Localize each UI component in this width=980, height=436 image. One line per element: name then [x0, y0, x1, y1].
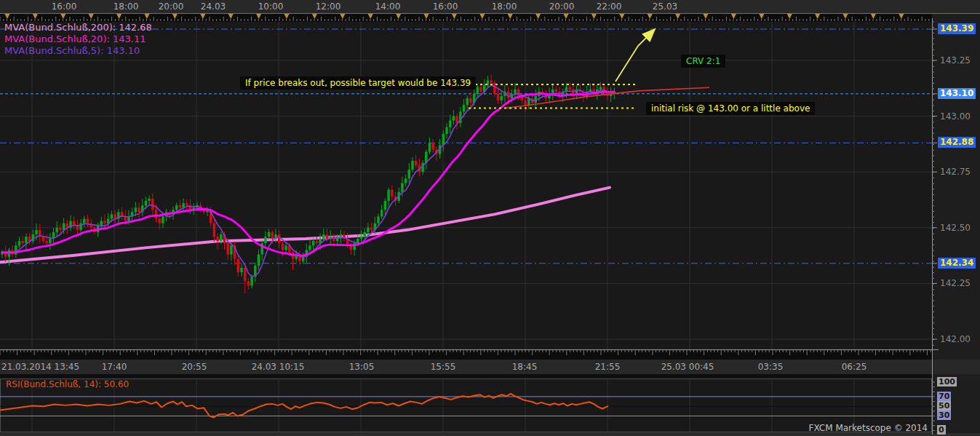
top-axis-label: 25.03 [653, 1, 677, 12]
bottom-axis-label: 20:55 [182, 362, 207, 372]
price-level-badge: 142.34 [938, 258, 976, 269]
legend-mva20[interactable]: MVA(Bund.Schluß,20): 143.11 [4, 33, 146, 44]
top-axis-label: 14:00 [375, 1, 401, 12]
legend-rsi[interactable]: RSI(Bund.Schluß, 14): 50.60 [6, 379, 129, 389]
fxcm-credit: FXCM Marketscope © 2014 [809, 423, 928, 433]
bottom-axis-label: 03:35 [758, 362, 784, 372]
rsi-scale-badge: 70 [937, 392, 951, 401]
bottom-time-axis[interactable] [0, 360, 980, 374]
top-axis-label: 18:00 [113, 1, 139, 12]
annotation-risk-note[interactable]: initial risk @ 143.00 or a little above [646, 102, 815, 115]
price-axis-label: 142.50 [940, 223, 971, 233]
price-level-badge: 142.88 [938, 137, 976, 148]
legend-mva200[interactable]: MVA(Bund.Schluß,200): 142.68 [4, 22, 152, 33]
bottom-axis-label: 13:05 [349, 362, 375, 372]
price-level-badge: 143.10 [938, 88, 976, 99]
top-axis-label: 20:00 [549, 1, 575, 12]
price-axis-label: 142.75 [940, 167, 971, 177]
price-axis-label: 142.00 [940, 334, 971, 344]
rsi-scale-badge: 0 [937, 425, 946, 435]
top-axis-label: 20:00 [159, 1, 184, 12]
annotation-target-note[interactable]: If price breaks out, possible target wou… [240, 76, 476, 90]
top-axis-label: 16:00 [52, 1, 77, 12]
price-chart-pane[interactable] [0, 22, 932, 349]
price-axis-label: 143.25 [940, 55, 971, 66]
bottom-axis-label: 18:45 [512, 362, 538, 372]
top-time-axis[interactable] [0, 0, 980, 13]
top-axis-ruler [0, 13, 932, 22]
bottom-axis-label: 21.03.2014 13:45 [1, 362, 79, 372]
window-bottom-edge [0, 433, 980, 436]
bottom-axis-label: 06:25 [842, 362, 867, 372]
rsi-scale-badge: 30 [937, 411, 951, 420]
bottom-axis-label: 17:40 [102, 362, 127, 372]
bottom-axis-label: 15:55 [431, 362, 456, 372]
top-axis-label: 12:00 [316, 1, 341, 12]
bottom-axis-label: 21:55 [595, 362, 621, 372]
bottom-axis-label: 24.03 10:15 [252, 362, 305, 372]
bottom-axis-ruler [0, 349, 932, 360]
marketscope-window: MVA(Bund.Schluß,200): 142.68 MVA(Bund.Sc… [0, 0, 980, 436]
top-axis-label: 22:00 [597, 1, 622, 12]
bottom-axis-label: 25.03 00:45 [661, 362, 714, 372]
top-axis-label: 18:00 [492, 1, 517, 12]
top-axis-label: 24.03 [201, 1, 226, 12]
rsi-scale-badge: 100 [937, 377, 957, 387]
rsi-scale-badge: 50 [937, 401, 951, 411]
legend-mva5[interactable]: MVA(Bund.Schluß,5): 143.10 [4, 45, 140, 56]
annotation-crv-note[interactable]: CRV 2:1 [681, 55, 725, 68]
top-axis-label: 10:00 [258, 1, 284, 12]
rsi-indicator-pane[interactable] [0, 378, 932, 432]
price-axis-label: 143.00 [940, 111, 971, 122]
price-level-badge: 143.39 [938, 23, 976, 34]
price-axis-label: 142.25 [940, 278, 971, 288]
top-axis-label: 16:00 [433, 1, 458, 12]
